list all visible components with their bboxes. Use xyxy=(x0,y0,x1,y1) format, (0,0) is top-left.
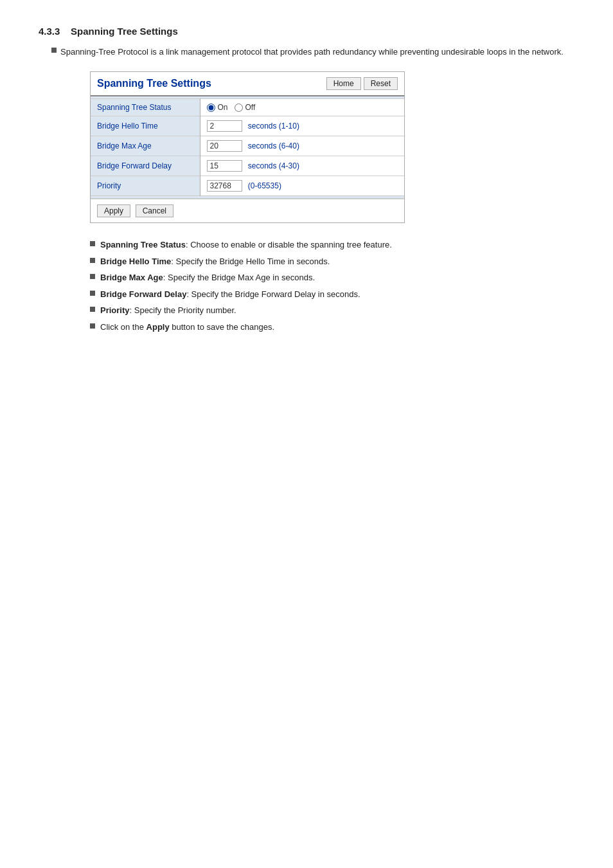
bullet-icon xyxy=(90,291,95,296)
list-item-text: Bridge Hello Time: Specify the Bridge He… xyxy=(100,255,330,268)
list-item: Bridge Max Age: Specify the Bridge Max A… xyxy=(90,271,574,284)
list-item: Priority: Specify the Priority number. xyxy=(90,304,574,317)
field-label-bridge-max-age: Bridge Max Age xyxy=(91,136,200,156)
bridge-hello-time-input[interactable] xyxy=(207,120,242,132)
description-list: Spanning Tree Status: Choose to enable o… xyxy=(90,239,574,333)
field-value-bridge-forward-delay: seconds (4-30) xyxy=(200,156,404,176)
bridge-max-age-hint: seconds (6-40) xyxy=(248,141,299,150)
bridge-max-age-input[interactable] xyxy=(207,140,242,152)
priority-hint: (0-65535) xyxy=(248,181,281,190)
list-item-text: Bridge Max Age: Specify the Bridge Max A… xyxy=(100,271,315,284)
reset-button[interactable]: Reset xyxy=(364,77,398,90)
bullet-icon xyxy=(90,274,95,279)
field-label-spanning-tree-status: Spanning Tree Status xyxy=(91,99,200,116)
radio-off-text: Off xyxy=(245,103,256,112)
bullet-icon xyxy=(90,307,95,312)
list-item-text: Spanning Tree Status: Choose to enable o… xyxy=(100,239,392,251)
settings-header: Spanning Tree Settings Home Reset xyxy=(91,72,404,96)
field-value-bridge-max-age: seconds (6-40) xyxy=(200,136,404,156)
radio-off-label[interactable]: Off xyxy=(235,103,256,112)
list-item-text: Click on the Apply button to save the ch… xyxy=(100,321,274,334)
field-label-bridge-hello-time: Bridge Hello Time xyxy=(91,116,200,136)
bullet-icon xyxy=(90,241,95,246)
bridge-forward-delay-hint: seconds (4-30) xyxy=(248,161,299,170)
section-heading: 4.3.3 Spanning Tree Settings xyxy=(39,26,574,37)
radio-on-text: On xyxy=(218,103,228,112)
list-item: Spanning Tree Status: Choose to enable o… xyxy=(90,239,574,251)
field-label-priority: Priority xyxy=(91,176,200,196)
settings-table: Spanning Tree Status On Off Bridge Hello… xyxy=(91,96,404,223)
list-item-text: Priority: Specify the Priority number. xyxy=(100,304,236,317)
field-label-bridge-forward-delay: Bridge Forward Delay xyxy=(91,156,200,176)
bullet-icon xyxy=(90,323,95,329)
list-item-text: Bridge Forward Delay: Specify the Bridge… xyxy=(100,288,360,301)
home-button[interactable]: Home xyxy=(326,77,361,90)
apply-button[interactable]: Apply xyxy=(97,204,130,217)
intro-paragraph: Spanning-Tree Protocol is a link managem… xyxy=(51,46,574,59)
priority-input[interactable] xyxy=(207,180,242,192)
radio-off[interactable] xyxy=(235,104,243,112)
header-buttons: Home Reset xyxy=(326,77,398,90)
bridge-forward-delay-input[interactable] xyxy=(207,160,242,172)
list-item: Click on the Apply button to save the ch… xyxy=(90,321,574,334)
radio-group-status: On Off xyxy=(207,103,398,112)
table-row: Spanning Tree Status On Off xyxy=(91,99,404,116)
table-row: Bridge Hello Time seconds (1-10) xyxy=(91,116,404,136)
field-value-priority: (0-65535) xyxy=(200,176,404,196)
settings-box: Spanning Tree Settings Home Reset Spanni… xyxy=(90,71,405,224)
table-row: Bridge Forward Delay seconds (4-30) xyxy=(91,156,404,176)
section-title: Spanning Tree Settings xyxy=(71,26,178,37)
bullet-icon xyxy=(90,258,95,263)
list-item: Bridge Hello Time: Specify the Bridge He… xyxy=(90,255,574,268)
list-item: Bridge Forward Delay: Specify the Bridge… xyxy=(90,288,574,301)
actions-row: Apply Cancel xyxy=(91,199,404,223)
table-row: Bridge Max Age seconds (6-40) xyxy=(91,136,404,156)
field-value-spanning-tree-status: On Off xyxy=(200,99,404,116)
bullet-icon xyxy=(51,48,57,53)
cancel-button[interactable]: Cancel xyxy=(136,204,173,217)
radio-on[interactable] xyxy=(207,104,215,112)
actions-cell: Apply Cancel xyxy=(91,199,404,223)
intro-text: Spanning-Tree Protocol is a link managem… xyxy=(60,46,564,59)
radio-on-label[interactable]: On xyxy=(207,103,228,112)
section-number: 4.3.3 xyxy=(39,26,60,37)
table-row: Priority (0-65535) xyxy=(91,176,404,196)
bridge-hello-time-hint: seconds (1-10) xyxy=(248,122,299,131)
form-title: Spanning Tree Settings xyxy=(97,78,211,89)
field-value-bridge-hello-time: seconds (1-10) xyxy=(200,116,404,136)
